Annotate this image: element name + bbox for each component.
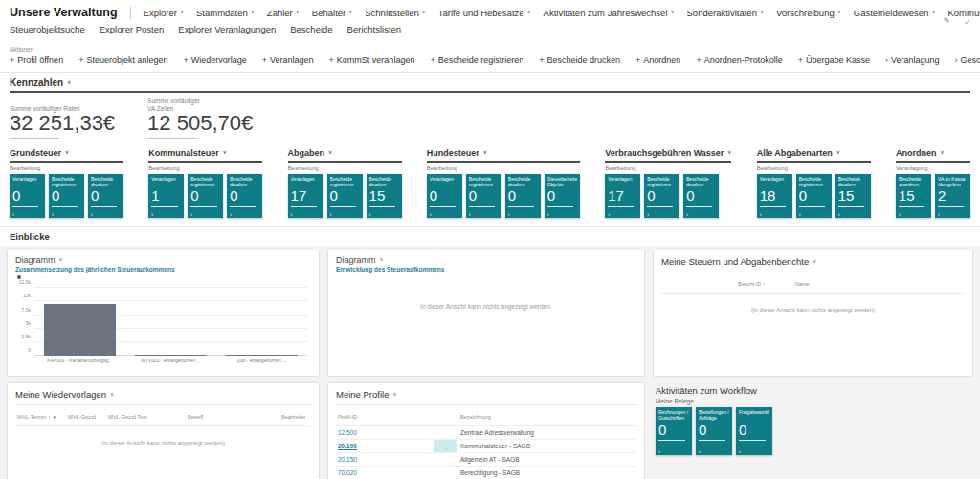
chart-bar[interactable] (226, 355, 297, 356)
action-geschäftsvorfälle-zähler[interactable]: ›Geschäftsvorfälle Zähler (955, 55, 980, 65)
table-row-20-150[interactable]: 20.150Allgemein AT - SAGB (336, 453, 636, 467)
profile-id-link[interactable]: 20.100 (338, 443, 357, 449)
navlink-explorer-posten[interactable]: Explorer Posten (100, 24, 165, 34)
tile-bestellungen-aufträge[interactable]: Bestellungen / Aufträge0› (696, 407, 732, 455)
cue-group-title-kommunalsteuer[interactable]: Kommunalsteuer∨ (148, 148, 262, 163)
tile-value: 15 (838, 188, 868, 205)
menu-behälter[interactable]: Behälter∨ (312, 8, 352, 18)
tile-bescheide-drucken[interactable]: Bescheide drucken15› (835, 174, 871, 218)
chart1-subtitle-link[interactable]: Zusammensetzung des jährlichen Steuerauf… (15, 266, 311, 272)
menu-stammdaten[interactable]: Stammdaten∨ (196, 8, 255, 18)
column-header-profil-id[interactable]: Profil-ID (338, 414, 357, 420)
group-caption: Bearbeitung (427, 165, 580, 171)
profile-title[interactable]: Meine Profile ∨ (336, 388, 636, 405)
chart1-title[interactable]: Diagramm ∨ (15, 255, 311, 265)
action-anordnen[interactable]: +Anordnen (635, 55, 680, 65)
profile-id-link[interactable]: 12.500 (338, 429, 357, 436)
wiedervorlagen-title[interactable]: Meine Wiedervorlagen ∨ (15, 388, 311, 405)
chart2-subtitle-link[interactable]: Entwicklung des Steueraufkommens (336, 266, 636, 272)
tile-bescheide-registrieren[interactable]: Bescheide registrieren0› (49, 174, 84, 218)
tile-underline (686, 206, 712, 207)
tile-bescheide-registrieren[interactable]: Bescheide registrieren0› (327, 174, 363, 218)
table-row-70-020[interactable]: 70.020Berechtigung - SAGB (336, 467, 636, 479)
navlink-explorer-veranlagungen[interactable]: Explorer Veranlagungen (178, 24, 276, 34)
column-header-bezeichnung[interactable]: Bezeichnung (460, 414, 491, 420)
design-pencil-icon[interactable]: ✎ (943, 16, 950, 26)
cue-group-title-hundesteuer[interactable]: Hundesteuer∨ (427, 148, 580, 163)
chevron-right-icon: › (699, 448, 701, 454)
table-row-12-500[interactable]: 12.500Zentrale Adressverwaltung (336, 426, 636, 440)
navlink-steuerobjektsuche[interactable]: Steuerobjektsuche (10, 24, 85, 34)
kpi-underline (10, 138, 59, 139)
tile-veranlagen[interactable]: Veranlagen18› (757, 174, 792, 218)
chart-bar[interactable] (44, 304, 115, 357)
tile-bescheide-registrieren[interactable]: Bescheide registrieren0› (188, 174, 223, 218)
tile-rechnungen-gutschriften[interactable]: Rechnungen / Gutschriften0› (656, 407, 692, 455)
menu-tarife-und-hebesätze[interactable]: Tarife und Hebesätze∨ (438, 8, 531, 18)
tile-veranlagen[interactable]: Veranlagen17› (288, 174, 323, 218)
column-header-bericht-id[interactable]: Bericht-ID ↑ (738, 281, 766, 287)
cue-group-title-grundsteuer[interactable]: Grundsteuer∨ (10, 148, 123, 163)
selected-cell[interactable]: ⋮ (434, 440, 457, 452)
menu-sonderaktivitäten[interactable]: Sonderaktivitäten∨ (687, 8, 764, 18)
tile-bescheide-registrieren[interactable]: Bescheide registrieren0› (466, 174, 501, 218)
action-steuerobjekt-anlegen[interactable]: +Steuerobjekt anlegen (78, 55, 167, 65)
tile-bescheide-drucken[interactable]: Bescheide drucken0› (505, 174, 541, 218)
kpi-va-zeilen[interactable]: Summe vorläufiger VA Zeilen 12 505,70€ (147, 97, 253, 139)
tile-veranlagen[interactable]: Veranlagen17› (605, 174, 640, 218)
column-header-bearbeiter[interactable]: Bearbeiter (281, 414, 305, 420)
menu-vorschreibung[interactable]: Vorschreibung∨ (776, 8, 841, 18)
menu-zähler[interactable]: Zähler∨ (267, 8, 300, 18)
action-kommst-veranlagen[interactable]: +KommSt veranlagen (329, 55, 415, 65)
kpi-raten[interactable]: Summe vorläufiger Raten 32 251,33€ (10, 97, 115, 139)
menu-schnittstellen[interactable]: Schnittstellen∨ (365, 8, 426, 18)
chevron-right-icon: › (647, 211, 649, 217)
chart2-title[interactable]: Diagramm ∨ (336, 255, 636, 265)
column-header-betreff[interactable]: Betreff (188, 414, 203, 420)
action-übergabe-kasse[interactable]: +Übergabe Kasse (798, 55, 870, 65)
menu-explorer[interactable]: Explorer∨ (144, 8, 184, 18)
action-bescheide-drucken[interactable]: +Bescheide drucken (539, 55, 620, 65)
tile-veranlagen[interactable]: Veranlagen0› (10, 174, 45, 218)
kennzahlen-title[interactable]: Kennzahlen ∨ (10, 77, 970, 93)
cue-group-title-alle-abgabenarten[interactable]: Alle Abgabenarten∨ (757, 148, 871, 163)
chart-card-zusammensetzung: Diagramm ∨ Zusammensetzung des jährliche… (8, 250, 319, 376)
tile-bescheide-registrieren[interactable]: Bescheide registrieren0› (644, 174, 679, 218)
action-veranlagen[interactable]: +Veranlagen (262, 55, 314, 65)
berichte-title[interactable]: Meine Steuern und Abgabenberichte ∨ (661, 255, 965, 272)
tile-va-an-kassa-übergeben[interactable]: VA an Kassa übergeben2› (935, 174, 970, 218)
column-header-wvl-termin[interactable]: WVL-Termin ↑▼ (17, 414, 56, 420)
menu-aktivitäten-zum-jahreswechsel[interactable]: Aktivitäten zum Jahreswechsel∨ (544, 8, 675, 18)
cue-group-kommunalsteuer: Kommunalsteuer∨BearbeitungVeranlagen1›Be… (148, 148, 262, 218)
navlink-bescheide[interactable]: Bescheide (290, 24, 332, 34)
column-header-wvl-grund-text[interactable]: WVL-Grund Text (108, 414, 147, 420)
tile-freigabeworkfl[interactable]: Freigabeworkfl...0› (736, 407, 772, 455)
action-veranlagung[interactable]: ›Veranlagung (885, 55, 940, 65)
tile-bescheide-drucken[interactable]: Bescheide drucken0› (88, 174, 123, 218)
action-bescheide-registrieren[interactable]: +Bescheide registrieren (430, 55, 523, 65)
profile-id-link[interactable]: 20.150 (338, 456, 357, 463)
tile-veranlagen[interactable]: Veranlagen1› (148, 174, 184, 218)
action-profil-öffnen[interactable]: +Profil öffnen (10, 55, 63, 65)
navlink-berichtslisten[interactable]: Berichtslisten (347, 24, 402, 34)
action-wiedervorlage[interactable]: +Wiedervorlage (183, 55, 246, 65)
menu-gästemeldewesen[interactable]: Gästemeldewesen∨ (854, 8, 936, 18)
table-row-20-100[interactable]: 20.100⋮Kommunalsteuer - SAGB (336, 440, 636, 453)
column-header-wvl-grund[interactable]: WVL-Grund (68, 414, 96, 420)
chart-bar[interactable] (135, 355, 206, 356)
tile-bescheide-drucken[interactable]: Bescheide drucken15› (367, 174, 402, 218)
tile-bescheide-registrieren[interactable]: Bescheide registrieren0› (796, 174, 832, 218)
tile-bescheide-anordnen[interactable]: Bescheide anordnen15› (896, 174, 931, 218)
tile-bescheide-drucken[interactable]: Bescheide drucken0› (683, 174, 719, 218)
tile-steuerbefreite-objekte[interactable]: Steuerbefreite Objekte0› (545, 174, 580, 218)
tile-underline (647, 206, 673, 207)
action-anordnen-protokolle[interactable]: +Anordnen-Protokolle (696, 55, 782, 65)
column-header-name[interactable]: Name (795, 281, 810, 287)
cue-group-title-abgaben[interactable]: Abgaben∨ (288, 148, 402, 163)
tile-bescheide-drucken[interactable]: Bescheide drucken0› (227, 174, 262, 218)
profile-id-link[interactable]: 70.020 (338, 469, 357, 476)
group-caption: Bearbeitung (148, 165, 262, 171)
tile-veranlagen[interactable]: Veranlagen0› (427, 174, 462, 218)
cue-group-title-anordnen[interactable]: Anordnen∨ (896, 148, 970, 163)
cue-group-title-verbrauchsgebühren-wasser[interactable]: Verbrauchsgebühren Wasser∨ (605, 148, 731, 163)
